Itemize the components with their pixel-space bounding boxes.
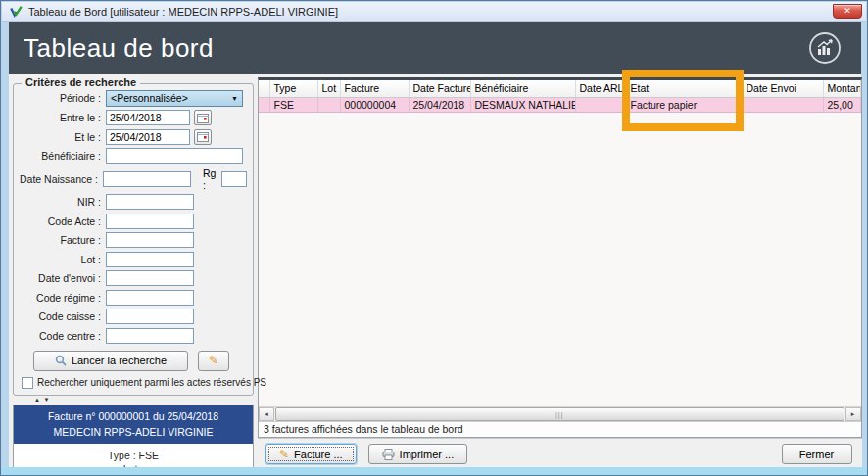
code-regime-input[interactable] <box>106 290 194 306</box>
invoice-detail-panel: Facture n° 000000001 du 25/04/2018 MEDEC… <box>13 405 254 470</box>
calendar-icon <box>197 113 209 123</box>
column-header-etat[interactable]: Etat <box>626 80 742 97</box>
nir-label: NIR : <box>20 196 106 208</box>
lot-input[interactable] <box>106 252 194 267</box>
facture-button[interactable]: ✎ Facture ... <box>265 444 357 464</box>
entre-le-label: Entre le : <box>20 112 106 123</box>
code-regime-label: Code régime : <box>20 292 106 304</box>
periode-select[interactable]: <Personnalisée> ▼ <box>106 90 243 107</box>
horizontal-scrollbar[interactable]: ◂ ||| ▸ <box>259 406 861 421</box>
imprimer-button[interactable]: Imprimer ... <box>368 444 468 464</box>
beneficiaire-input[interactable] <box>106 148 243 164</box>
lot-label: Lot : <box>20 254 106 265</box>
cell-date-facture[interactable]: 25/04/2018 <box>409 97 470 112</box>
window-title: Tableau de Bord [utilisateur : MEDECIN R… <box>28 6 338 18</box>
status-text: 3 factures affichées dans le tableau de … <box>264 423 463 435</box>
column-header-type[interactable]: Type <box>269 80 317 97</box>
clear-criteria-button[interactable]: ✎ <box>198 351 229 371</box>
page-header: Tableau de bord <box>9 22 861 74</box>
invoice-number-line: Facture n° 000000001 du 25/04/2018 <box>16 410 251 422</box>
entre-le-input[interactable] <box>106 110 190 125</box>
invoice-detail-body: Type : FSE Lot : Facture Bénéficiaire : … <box>14 444 253 470</box>
scroll-left-icon: ◂ <box>265 410 268 418</box>
column-header-date-envoi[interactable]: Date Envoi <box>742 80 823 97</box>
date-envoi-input[interactable] <box>106 270 194 286</box>
scroll-right-icon: ▸ <box>851 410 855 418</box>
panel-splitter[interactable]: ▲ ▼ <box>13 396 254 405</box>
code-acte-input[interactable] <box>106 214 194 229</box>
app-window: Tableau de Bord [utilisateur : MEDECIN R… <box>0 0 868 476</box>
table-header-row: Type Lot Facture Date Facture Bénéficiai… <box>259 80 860 97</box>
periode-selected-value: <Personnalisée> <box>111 92 231 104</box>
scrollbar-grip-icon: ||| <box>555 411 563 418</box>
column-header-beneficiaire[interactable]: Bénéficiaire <box>470 80 575 97</box>
et-le-input[interactable] <box>106 129 190 145</box>
column-header-montant[interactable]: Montant <box>823 80 860 97</box>
detail-type-line: Type : FSE <box>14 450 253 461</box>
column-header-date-arl[interactable]: Date ARL <box>575 80 626 97</box>
date-naissance-label: Date Naissance : <box>20 173 103 185</box>
scroll-right-button[interactable]: ▸ <box>845 407 861 421</box>
code-acte-label: Code Acte : <box>20 215 106 227</box>
code-centre-input[interactable] <box>106 328 194 344</box>
et-le-calendar-button[interactable] <box>194 129 212 145</box>
search-group-title: Critères de recherche <box>22 76 140 88</box>
splitter-arrows-icon: ▲ ▼ <box>34 397 51 403</box>
pencil-icon: ✎ <box>209 354 218 367</box>
chevron-down-icon: ▼ <box>231 95 238 102</box>
launch-search-button[interactable]: Lancer la recherche <box>33 351 188 371</box>
page-title: Tableau de bord <box>9 33 214 64</box>
cell-beneficiaire[interactable]: DESMAUX NATHALIE <box>470 97 575 112</box>
nir-input[interactable] <box>106 194 194 210</box>
scrollbar-thumb[interactable]: ||| <box>275 407 844 421</box>
column-header-date-facture[interactable]: Date Facture <box>409 80 470 97</box>
facture-pencil-icon: ✎ <box>279 448 289 461</box>
et-le-label: Et le : <box>20 131 106 143</box>
reserved-ps-checkbox-label: Rechercher uniquement parmi les actes ré… <box>37 377 266 388</box>
cell-etat[interactable]: Facture papier <box>626 97 742 112</box>
rg-label: Rg : <box>203 167 217 191</box>
cell-lot[interactable] <box>317 97 340 112</box>
row-selector-cell[interactable] <box>259 97 269 112</box>
cell-montant[interactable]: 25,00 <box>823 97 860 112</box>
reserved-ps-checkbox[interactable] <box>22 377 33 389</box>
title-bar: Tableau de Bord [utilisateur : MEDECIN R… <box>2 2 866 22</box>
printer-icon <box>382 449 395 460</box>
cell-date-arl[interactable] <box>575 97 626 112</box>
search-icon <box>55 355 67 366</box>
date-envoi-label: Date d'envoi : <box>20 272 106 284</box>
status-bar: 3 factures affichées dans le tableau de … <box>259 421 861 437</box>
column-header-lot[interactable]: Lot <box>317 80 340 97</box>
window-left-border <box>1 22 9 475</box>
rg-input[interactable] <box>221 171 247 187</box>
scroll-left-button[interactable]: ◂ <box>259 407 274 421</box>
column-header-facture[interactable]: Facture <box>340 80 409 97</box>
fermer-button-label: Fermer <box>799 449 834 460</box>
row-selector-header <box>259 80 269 97</box>
cell-type[interactable]: FSE <box>269 97 317 112</box>
close-button[interactable]: ✕ <box>833 4 862 19</box>
facture-input[interactable] <box>106 232 194 248</box>
search-criteria-group: Critères de recherche Période : <Personn… <box>13 83 254 396</box>
invoices-table-container: Type Lot Facture Date Facture Bénéficiai… <box>258 77 862 438</box>
fermer-button[interactable]: Fermer <box>782 444 852 464</box>
code-centre-label: Code centre : <box>20 330 106 342</box>
app-icon <box>9 5 24 19</box>
code-caisse-label: Code caisse : <box>20 310 106 322</box>
main-content: Critères de recherche Période : <Personn… <box>9 74 861 469</box>
code-caisse-input[interactable] <box>106 309 194 324</box>
periode-label: Période : <box>20 92 106 104</box>
cell-facture[interactable]: 000000004 <box>340 97 409 112</box>
launch-search-label: Lancer la recherche <box>72 355 167 366</box>
search-panel: Critères de recherche Période : <Personn… <box>9 74 256 469</box>
invoice-practitioner-line: MEDECIN RPPS-ADELI VIRGINIE <box>16 426 251 438</box>
statistics-chart-icon[interactable] <box>808 31 842 65</box>
cell-date-envoi[interactable] <box>742 97 823 112</box>
imprimer-button-label: Imprimer ... <box>400 449 455 460</box>
invoices-table: Type Lot Facture Date Facture Bénéficiai… <box>259 80 861 113</box>
entre-le-calendar-button[interactable] <box>194 110 212 125</box>
table-row[interactable]: FSE 000000004 25/04/2018 DESMAUX NATHALI… <box>259 97 860 112</box>
window-bottom-border <box>1 467 867 475</box>
bottom-button-bar: ✎ Facture ... Imprimer ... Fermer <box>258 438 862 469</box>
date-naissance-input[interactable] <box>103 171 191 187</box>
